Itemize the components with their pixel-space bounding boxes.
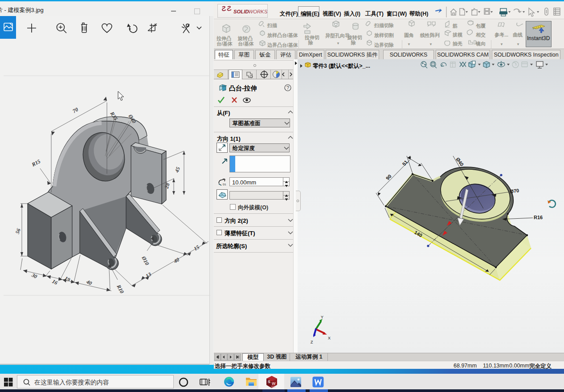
svg-text:Z: Z (311, 340, 313, 344)
svg-text:R16: R16 (534, 215, 543, 220)
svg-text:Y: Y (321, 315, 323, 319)
svg-text:15: 15 (193, 244, 200, 252)
svg-text:Ø10: Ø10 (140, 255, 151, 266)
svg-text:40: 40 (172, 256, 180, 265)
svg-text:70: 70 (72, 106, 79, 114)
svg-text:45: 45 (173, 166, 181, 174)
svg-text:WORKS: WORKS (249, 9, 268, 14)
svg-text:?: ? (286, 85, 289, 90)
svg-text:19: 19 (64, 275, 71, 283)
svg-text:30: 30 (30, 272, 38, 280)
svg-text:90: 90 (385, 173, 392, 181)
svg-text:56: 56 (14, 228, 22, 235)
svg-text:SOLID: SOLID (233, 9, 249, 14)
svg-text:2019: 2019 (271, 386, 276, 388)
svg-text:W: W (272, 381, 276, 386)
svg-text:D1: D1 (223, 183, 226, 186)
svg-text:16: 16 (51, 278, 59, 286)
svg-text:R15: R15 (30, 158, 41, 168)
svg-text:S: S (268, 380, 270, 384)
svg-text:零件3 (默认<<默认>_...: 零件3 (默认<<默认>_... (313, 63, 370, 69)
svg-text:Ø70: Ø70 (510, 188, 519, 194)
svg-text:40: 40 (85, 278, 93, 286)
svg-text:51: 51 (401, 159, 409, 167)
svg-text:R10: R10 (115, 283, 125, 294)
svg-text:X: X (328, 336, 331, 340)
